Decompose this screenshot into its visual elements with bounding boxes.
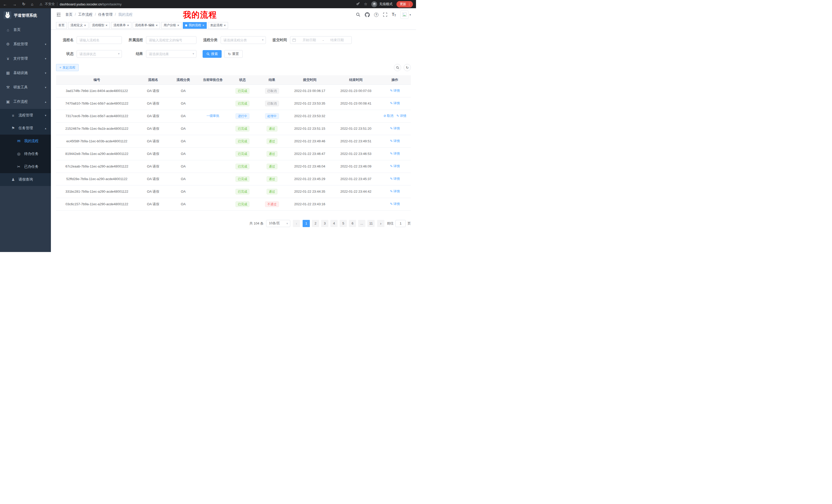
page-button[interactable]: ... [358,220,365,227]
prev-page-button[interactable] [293,220,300,227]
breadcrumb-item[interactable]: 我的流程 [118,12,133,17]
cell-operations: 详情 [379,198,411,211]
back-icon[interactable]: ← [3,2,7,6]
page-size-value: 10条/页 [266,220,290,227]
page-size-select[interactable]: 10条/页 [266,220,290,227]
status-select-input[interactable] [77,50,122,58]
cell-process-name: OA 请假 [137,173,168,185]
end-date-placeholder[interactable]: 结束日期 [325,38,349,43]
sidebar-item-payment[interactable]: 支付管理 [0,51,51,66]
view-tab[interactable]: 我的流程 [183,22,207,29]
close-icon[interactable] [105,23,108,27]
status-tag: 已完成 [235,201,250,207]
gear-icon [5,42,11,47]
detail-link[interactable]: 详情 [390,89,400,93]
process-name-input[interactable] [77,36,122,44]
page-button[interactable]: 11 [367,220,374,227]
next-page-button[interactable] [377,220,384,227]
hamburger-icon[interactable] [56,12,61,17]
result-select[interactable] [146,50,197,58]
close-icon[interactable] [177,23,179,27]
category-select-input[interactable] [220,36,266,44]
detail-link[interactable]: 详情 [390,151,400,156]
detail-link[interactable]: 详情 [396,114,406,118]
cell-status: 已完成 [228,97,257,110]
sidebar-item-home[interactable]: 首页 [0,23,51,37]
view-tab[interactable]: 用户分组 [161,22,182,29]
detail-link[interactable]: 详情 [390,139,400,143]
security-label[interactable]: 不安全 [45,2,55,6]
forward-icon[interactable]: → [12,2,17,6]
view-tab[interactable]: 流程表单 [111,22,131,29]
sidebar-item-devtools[interactable]: 研发工具 [0,80,51,94]
close-icon[interactable] [83,23,86,27]
page-button[interactable]: 5 [340,220,347,227]
filter-row-1: 流程名 所属流程 流程分类 提交时间 [56,36,411,44]
detail-link[interactable]: 详情 [390,127,400,131]
current-task-link[interactable]: 一级审批 [206,114,219,118]
detail-link[interactable]: 详情 [390,202,400,206]
star-icon[interactable]: ☆ [364,2,367,6]
page-button[interactable]: 2 [312,220,319,227]
update-button[interactable]: 更新 ⋮ [396,1,413,7]
detail-link[interactable]: 详情 [390,177,400,181]
reload-icon[interactable]: ↻ [22,2,25,6]
sidebar-item-done-task[interactable]: 已办任务 [0,160,51,173]
detail-link[interactable]: 详情 [390,164,400,169]
view-tab[interactable]: 流程模型 [90,22,110,29]
sidebar-item-system[interactable]: 系统管理 [0,37,51,51]
date-range-picker[interactable]: 开始日期 - 结束日期 [290,36,352,44]
close-icon[interactable] [155,23,158,27]
browser-chrome: ← → ↻ ⌂ ⚠ 不安全 dashboard.yudao.iocoder.cn… [0,0,416,8]
toggle-search-button[interactable] [394,64,401,71]
close-icon[interactable] [224,23,226,27]
search-button[interactable]: 搜索 [203,50,222,58]
fullscreen-icon[interactable] [383,12,387,17]
key-icon[interactable] [356,2,360,7]
page-button[interactable]: 4 [330,220,338,227]
sidebar-item-todo-task[interactable]: 待办任务 [0,147,51,160]
search-icon[interactable] [356,12,361,17]
jump-page-input[interactable] [395,220,406,227]
page-button[interactable]: 3 [321,220,328,227]
result-select-input[interactable] [146,50,197,58]
table-row: 331bc281-7b9a-11ec-a290-acde48001122 OA … [56,185,411,198]
category-select[interactable] [220,36,266,44]
create-process-button[interactable]: + 发起流程 [56,64,79,71]
start-date-placeholder[interactable]: 开始日期 [297,38,322,43]
page-button[interactable]: 6 [349,220,356,227]
cancel-link[interactable]: 取消 [383,114,393,118]
view-tab[interactable]: 流程定义 [68,22,88,29]
browser-home-icon[interactable]: ⌂ [31,2,33,6]
font-size-icon[interactable] [392,12,396,17]
status-select[interactable] [77,50,122,58]
sidebar-item-infrastructure[interactable]: 基础设施 [0,66,51,80]
question-icon[interactable] [374,12,379,17]
address-url[interactable]: dashboard.yudao.iocoder.cn/bpm/task/my [60,2,122,6]
process-id-input[interactable] [146,36,197,44]
page-button[interactable]: 1 [303,220,310,227]
breadcrumb-item[interactable]: 首页 [65,12,78,17]
avatar[interactable] [400,10,409,19]
refresh-button[interactable] [404,64,411,71]
github-icon[interactable] [365,12,370,17]
breadcrumb-item[interactable]: 任务管理 [98,12,118,17]
breadcrumb-item[interactable]: 工作流程 [78,12,98,17]
view-tab[interactable]: 首页 [56,22,67,29]
sidebar-item-leave-query[interactable]: 请假查询 [0,173,51,186]
view-tab[interactable]: 发起流程 [208,22,228,29]
app-logo[interactable]: 芋道管理系统 [0,8,51,23]
close-icon[interactable] [127,23,129,27]
close-icon[interactable] [202,23,204,27]
menu-dots-icon[interactable]: ⋮ [408,2,411,6]
detail-link[interactable]: 详情 [390,189,400,194]
sidebar-item-workflow[interactable]: 工作流程 [0,94,51,109]
reset-button[interactable]: 重置 [224,50,243,58]
sidebar-item-task-mgmt[interactable]: 任务管理 [0,122,51,135]
user-menu[interactable]: ▾ [400,10,411,19]
sidebar-item-my-process[interactable]: 我的流程 [0,135,51,147]
view-tab[interactable]: 流程表单-编辑 [133,22,160,29]
detail-link[interactable]: 详情 [390,101,400,106]
sidebar-item-process-mgmt[interactable]: 流程管理 [0,109,51,122]
address-bar[interactable]: ⚠ 不安全 dashboard.yudao.iocoder.cn/bpm/tas… [40,2,356,6]
